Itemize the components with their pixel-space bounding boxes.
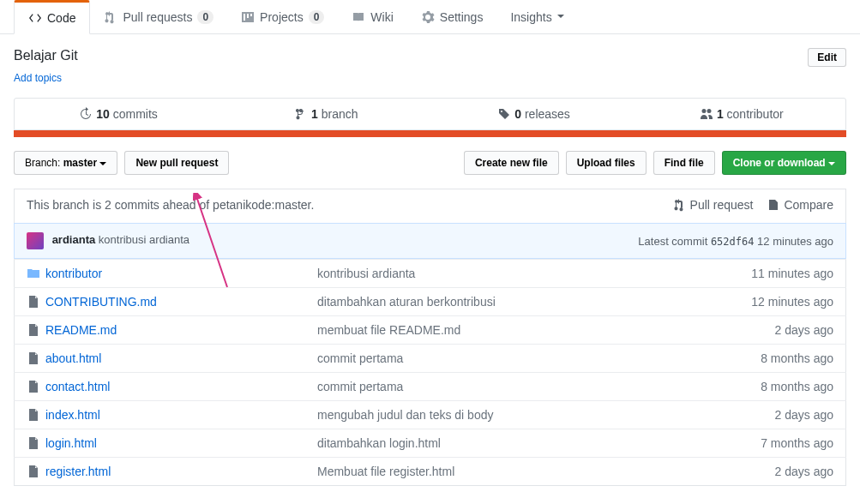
branch-label: branch bbox=[322, 107, 358, 121]
file-commit-message[interactable]: commit pertama bbox=[305, 345, 659, 373]
tab-insights-label: Insights bbox=[510, 10, 551, 24]
tab-insights[interactable]: Insights bbox=[496, 0, 577, 33]
find-file-button[interactable]: Find file bbox=[653, 151, 715, 175]
file-time: 2 days ago bbox=[659, 316, 846, 345]
tag-icon bbox=[497, 107, 511, 121]
file-time: 8 months ago bbox=[659, 373, 846, 401]
latest-commit-bar: ardianta kontribusi ardianta Latest comm… bbox=[14, 223, 846, 259]
file-commit-message[interactable]: membuat file README.md bbox=[305, 316, 659, 345]
history-icon bbox=[79, 107, 93, 121]
new-pull-request-button[interactable]: New pull request bbox=[124, 151, 229, 175]
releases-label: releases bbox=[525, 107, 570, 121]
file-link[interactable]: login.html bbox=[45, 436, 97, 450]
file-link[interactable]: contact.html bbox=[45, 380, 110, 393]
releases-count: 0 bbox=[514, 107, 521, 121]
file-commit-message[interactable]: ditambahkan login.html bbox=[305, 429, 659, 458]
file-commit-message[interactable]: commit pertama bbox=[305, 373, 659, 401]
stat-contributors[interactable]: 1 contributor bbox=[638, 99, 845, 129]
avatar bbox=[27, 232, 44, 249]
tab-projects-label: Projects bbox=[260, 10, 304, 24]
file-link[interactable]: register.html bbox=[45, 465, 111, 478]
gear-icon bbox=[421, 10, 435, 24]
commit-sha[interactable]: 652df64 bbox=[711, 236, 755, 248]
branch-icon bbox=[294, 107, 308, 121]
stat-branches[interactable]: 1 branch bbox=[222, 99, 430, 129]
tab-code[interactable]: Code bbox=[14, 0, 90, 34]
file-time: 2 days ago bbox=[659, 401, 846, 429]
ahead-text: This branch is 2 commits ahead of petani… bbox=[27, 198, 314, 214]
commits-count: 10 bbox=[96, 107, 110, 121]
file-time: 8 months ago bbox=[659, 345, 846, 373]
language-bar bbox=[14, 130, 846, 137]
pr-count: 0 bbox=[197, 10, 213, 24]
commit-author[interactable]: ardianta bbox=[52, 233, 96, 246]
tab-wiki-label: Wiki bbox=[370, 10, 393, 24]
create-file-button[interactable]: Create new file bbox=[464, 151, 559, 175]
stat-commits[interactable]: 10 commits bbox=[15, 99, 222, 129]
compare-link[interactable]: Compare bbox=[767, 198, 833, 212]
tab-code-label: Code bbox=[47, 11, 75, 25]
file-time: 12 minutes ago bbox=[659, 288, 846, 316]
file-link[interactable]: about.html bbox=[45, 351, 101, 365]
commits-label: commits bbox=[113, 107, 158, 121]
branch-select-button[interactable]: Branch: master bbox=[14, 151, 117, 175]
pull-request-link[interactable]: Pull request bbox=[673, 198, 754, 212]
file-icon bbox=[27, 465, 45, 478]
file-time: 2 days ago bbox=[659, 458, 846, 486]
file-commit-message[interactable]: ditambahkan aturan berkontribusi bbox=[305, 288, 659, 316]
table-row: README.mdmembuat file README.md2 days ag… bbox=[15, 316, 846, 345]
file-link[interactable]: kontributor bbox=[45, 267, 102, 280]
table-row: contact.htmlcommit pertama8 months ago bbox=[15, 373, 846, 401]
file-time: 11 minutes ago bbox=[659, 260, 846, 288]
file-commit-message[interactable]: mengubah judul dan teks di body bbox=[305, 401, 659, 429]
tab-settings[interactable]: Settings bbox=[407, 0, 497, 33]
file-controls: Branch: master New pull request Create n… bbox=[14, 151, 846, 175]
branch-name: master bbox=[63, 157, 97, 169]
file-table: kontributorkontribusi ardianta11 minutes… bbox=[14, 259, 846, 486]
tab-settings-label: Settings bbox=[440, 10, 484, 24]
diff-icon bbox=[767, 198, 780, 212]
commit-message[interactable]: kontribusi ardianta bbox=[99, 233, 189, 246]
file-link[interactable]: index.html bbox=[45, 408, 100, 422]
stat-releases[interactable]: 0 releases bbox=[430, 99, 638, 129]
add-topics-link[interactable]: Add topics bbox=[14, 72, 62, 84]
file-link[interactable]: README.md bbox=[45, 323, 117, 337]
tab-wiki[interactable]: Wiki bbox=[338, 0, 406, 33]
repo-tabs: Code Pull requests 0 Projects 0 Wiki Set… bbox=[0, 0, 860, 34]
table-row: CONTRIBUTING.mdditambahkan aturan berkon… bbox=[15, 288, 846, 316]
pull-request-icon bbox=[104, 10, 117, 24]
file-commit-message[interactable]: kontribusi ardianta bbox=[305, 260, 659, 288]
clone-label: Clone or download bbox=[733, 157, 826, 169]
pull-request-icon bbox=[673, 198, 687, 212]
projects-count: 0 bbox=[309, 10, 325, 24]
table-row: register.htmlMembuat file register.html2… bbox=[15, 458, 846, 486]
file-icon bbox=[27, 436, 45, 450]
file-link[interactable]: CONTRIBUTING.md bbox=[45, 295, 157, 309]
edit-button[interactable]: Edit bbox=[808, 48, 846, 67]
file-icon bbox=[27, 295, 45, 309]
caret-down-icon bbox=[99, 162, 106, 166]
tab-projects[interactable]: Projects 0 bbox=[227, 0, 338, 33]
file-icon bbox=[27, 408, 45, 422]
latest-commit-prefix: Latest commit bbox=[638, 235, 707, 248]
table-row: index.htmlmengubah judul dan teks di bod… bbox=[15, 401, 846, 429]
file-commit-message[interactable]: Membuat file register.html bbox=[305, 458, 659, 486]
branch-count: 1 bbox=[311, 107, 318, 121]
file-icon bbox=[27, 351, 45, 365]
book-icon bbox=[352, 10, 365, 24]
tab-pull-requests[interactable]: Pull requests 0 bbox=[90, 0, 227, 33]
clone-download-button[interactable]: Clone or download bbox=[722, 151, 846, 175]
tab-pr-label: Pull requests bbox=[123, 10, 192, 24]
table-row: login.htmlditambahkan login.html7 months… bbox=[15, 429, 846, 458]
caret-down-icon bbox=[828, 162, 835, 166]
project-icon bbox=[241, 10, 255, 24]
file-time: 7 months ago bbox=[659, 429, 846, 458]
file-icon bbox=[27, 380, 45, 393]
upload-files-button[interactable]: Upload files bbox=[566, 151, 647, 175]
caret-down-icon bbox=[557, 15, 564, 19]
branch-prefix: Branch: bbox=[25, 157, 60, 169]
file-icon bbox=[27, 323, 45, 337]
table-row: kontributorkontribusi ardianta11 minutes… bbox=[15, 260, 846, 288]
folder-icon bbox=[27, 267, 45, 280]
people-icon bbox=[700, 107, 713, 121]
